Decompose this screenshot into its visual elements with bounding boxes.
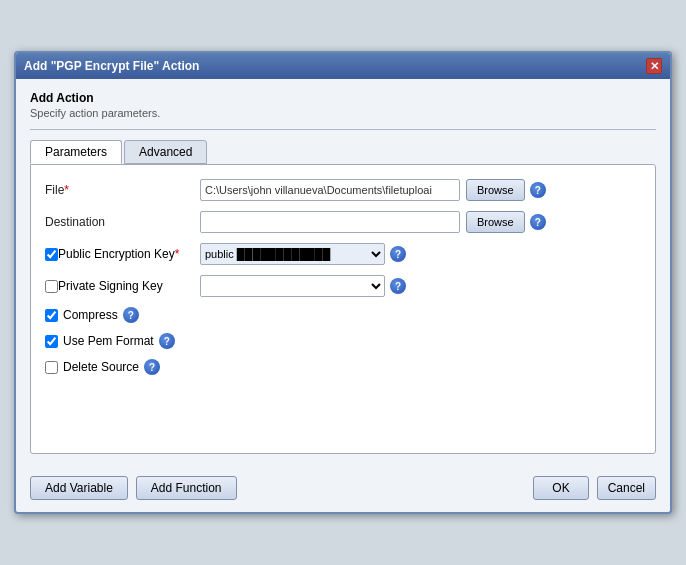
public-key-row: Public Encryption Key* public ██████████… [45,243,641,265]
compress-row: Compress ? [45,307,641,323]
delete-source-label: Delete Source [63,360,139,374]
use-pem-label: Use Pem Format [63,334,154,348]
file-required: * [64,183,69,197]
file-input[interactable] [200,179,460,201]
private-key-help-icon[interactable]: ? [390,278,406,294]
private-key-select[interactable] [200,275,385,297]
destination-help-icon[interactable]: ? [530,214,546,230]
bottom-bar: Add Variable Add Function OK Cancel [16,466,670,512]
use-pem-checkbox[interactable] [45,335,58,348]
public-key-select[interactable]: public ████████████ [200,243,385,265]
dialog-title: Add "PGP Encrypt File" Action [24,59,199,73]
destination-row: Destination Browse ? [45,211,641,233]
delete-source-row: Delete Source ? [45,359,641,375]
private-key-checkbox[interactable] [45,280,58,293]
file-row: File* Browse ? [45,179,641,201]
public-key-checkbox[interactable] [45,248,58,261]
divider [30,129,656,130]
compress-checkbox[interactable] [45,309,58,322]
add-function-button[interactable]: Add Function [136,476,237,500]
cancel-button[interactable]: Cancel [597,476,656,500]
close-button[interactable]: ✕ [646,58,662,74]
bottom-left: Add Variable Add Function [30,476,237,500]
dialog: Add "PGP Encrypt File" Action ✕ Add Acti… [14,51,672,514]
bottom-right: OK Cancel [533,476,656,500]
ok-button[interactable]: OK [533,476,588,500]
delete-source-help-icon[interactable]: ? [144,359,160,375]
public-key-required: * [175,247,180,261]
title-bar: Add "PGP Encrypt File" Action ✕ [16,53,670,79]
tab-advanced[interactable]: Advanced [124,140,207,164]
file-label: File* [45,183,200,197]
private-key-label: Private Signing Key [45,279,200,293]
use-pem-row: Use Pem Format ? [45,333,641,349]
dialog-body: Add Action Specify action parameters. Pa… [16,79,670,466]
tabs: Parameters Advanced [30,140,656,164]
use-pem-help-icon[interactable]: ? [159,333,175,349]
tab-parameters[interactable]: Parameters [30,140,122,164]
destination-input[interactable] [200,211,460,233]
compress-help-icon[interactable]: ? [123,307,139,323]
public-key-label: Public Encryption Key* [45,247,200,261]
section-subtitle: Specify action parameters. [30,107,656,119]
file-help-icon[interactable]: ? [530,182,546,198]
destination-label: Destination [45,215,200,229]
file-browse-button[interactable]: Browse [466,179,525,201]
section-title: Add Action [30,91,656,105]
public-key-help-icon[interactable]: ? [390,246,406,262]
private-key-row: Private Signing Key ? [45,275,641,297]
add-variable-button[interactable]: Add Variable [30,476,128,500]
destination-browse-button[interactable]: Browse [466,211,525,233]
delete-source-checkbox[interactable] [45,361,58,374]
tab-content: File* Browse ? Destination Browse ? Publ… [30,164,656,454]
compress-label: Compress [63,308,118,322]
